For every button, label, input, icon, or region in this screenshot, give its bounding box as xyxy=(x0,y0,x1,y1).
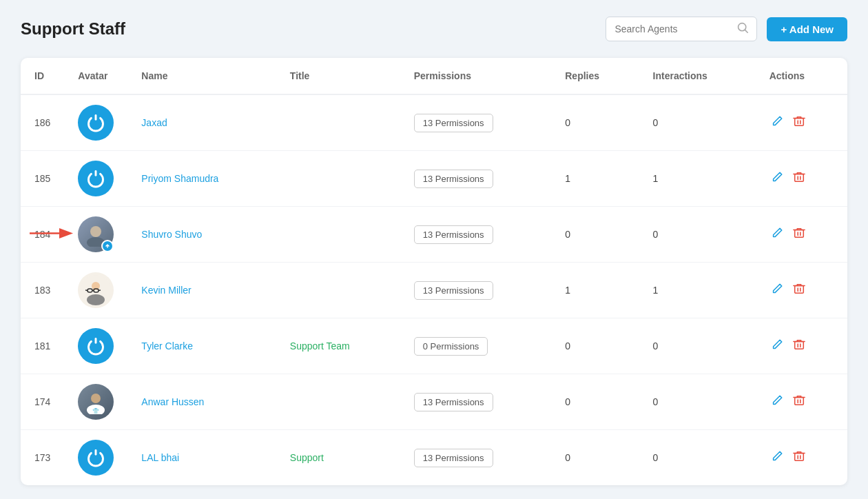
cell-interactions: 1 xyxy=(639,263,756,318)
cell-name[interactable]: LAL bhai xyxy=(127,430,276,486)
delete-button[interactable] xyxy=(792,170,807,187)
cell-actions xyxy=(756,374,847,430)
cell-permissions[interactable]: 0 Permissions xyxy=(400,318,552,374)
cell-permissions[interactable]: 13 Permissions xyxy=(400,263,552,318)
avatar-power-icon xyxy=(78,440,114,476)
cell-name[interactable]: Shuvro Shuvo xyxy=(127,207,276,263)
col-actions: Actions xyxy=(756,58,847,94)
edit-button[interactable] xyxy=(769,225,785,243)
cell-replies: 0 xyxy=(551,318,639,374)
avatar-power-icon xyxy=(78,161,114,196)
permissions-badge[interactable]: 13 Permissions xyxy=(414,449,493,467)
agent-name-link[interactable]: Kevin Miller xyxy=(141,285,191,296)
header-actions: + Add New xyxy=(606,17,847,41)
staff-table-wrapper: ID Avatar Name Title Permissions Replies… xyxy=(21,58,847,485)
search-box[interactable] xyxy=(606,17,757,41)
permissions-badge[interactable]: 0 Permissions xyxy=(414,337,488,356)
cell-interactions: 0 xyxy=(639,318,756,374)
col-interactions: Interactions xyxy=(639,58,756,94)
cell-replies: 0 xyxy=(551,374,639,430)
agent-name-link[interactable]: Tyler Clarke xyxy=(141,340,193,352)
cell-title: Support xyxy=(276,430,400,486)
cell-permissions[interactable]: 13 Permissions xyxy=(400,207,552,263)
agent-name-link[interactable]: Jaxad xyxy=(141,117,167,128)
svg-rect-17 xyxy=(794,342,803,349)
cell-interactions: 0 xyxy=(639,207,756,263)
svg-point-4 xyxy=(90,226,101,237)
table-body: 186 Jaxad13 Permissions00 185 Priyom Sha… xyxy=(21,94,847,485)
delete-button[interactable] xyxy=(792,281,807,299)
col-name: Name xyxy=(127,58,276,94)
permissions-badge[interactable]: 13 Permissions xyxy=(414,393,493,411)
cell-id: 174 xyxy=(21,374,64,430)
permissions-badge[interactable]: 13 Permissions xyxy=(414,281,493,300)
agent-name-link[interactable]: Anwar Hussen xyxy=(141,396,204,407)
avatar-photo: 👕 xyxy=(78,384,114,420)
table-row: 185 Priyom Shamudra13 Permissions11 xyxy=(21,151,847,207)
cell-id: 183 xyxy=(21,263,64,318)
cell-permissions[interactable]: 13 Permissions xyxy=(400,374,552,430)
edit-button[interactable] xyxy=(769,281,785,299)
svg-rect-3 xyxy=(794,174,803,182)
cell-actions xyxy=(756,318,847,374)
edit-button[interactable] xyxy=(769,337,785,355)
cell-name[interactable]: Kevin Miller xyxy=(127,263,276,318)
cell-replies: 1 xyxy=(551,263,639,318)
add-new-button[interactable]: + Add New xyxy=(767,17,847,41)
permissions-badge[interactable]: 13 Permissions xyxy=(414,170,493,188)
cell-interactions: 0 xyxy=(639,430,756,486)
delete-button[interactable] xyxy=(792,449,807,467)
agent-name-link[interactable]: Shuvro Shuvo xyxy=(141,229,202,240)
col-id: ID xyxy=(21,58,64,94)
avatar-power-icon xyxy=(78,105,114,141)
delete-button[interactable] xyxy=(792,337,807,355)
edit-button[interactable] xyxy=(769,114,785,132)
edit-button[interactable] xyxy=(769,393,785,411)
cell-permissions[interactable]: 13 Permissions xyxy=(400,94,552,151)
cell-id: 181 xyxy=(21,318,64,374)
cell-avatar xyxy=(64,151,127,207)
agent-name-link[interactable]: LAL bhai xyxy=(141,452,179,463)
svg-rect-16 xyxy=(794,286,803,294)
search-input[interactable] xyxy=(614,23,734,34)
cell-id: 184 xyxy=(21,207,64,263)
page-header: Support Staff + Add New xyxy=(21,17,847,41)
col-title: Title xyxy=(276,58,400,94)
cell-avatar xyxy=(64,94,127,151)
svg-line-14 xyxy=(99,290,101,291)
delete-button[interactable] xyxy=(792,114,807,132)
delete-button[interactable] xyxy=(792,393,807,411)
cell-permissions[interactable]: 13 Permissions xyxy=(400,430,552,486)
agent-name-link[interactable]: Priyom Shamudra xyxy=(141,173,218,184)
svg-rect-21 xyxy=(794,398,803,405)
cell-name[interactable]: Anwar Hussen xyxy=(127,374,276,430)
page-title: Support Staff xyxy=(21,19,125,39)
cell-name[interactable]: Jaxad xyxy=(127,94,276,151)
cell-replies: 0 xyxy=(551,430,639,486)
col-permissions: Permissions xyxy=(400,58,552,94)
permissions-badge[interactable]: 13 Permissions xyxy=(414,114,493,132)
svg-rect-2 xyxy=(794,119,803,126)
cell-title xyxy=(276,207,400,263)
edit-button[interactable] xyxy=(769,449,785,467)
cell-avatar xyxy=(64,263,127,318)
svg-point-18 xyxy=(91,394,101,403)
cell-name[interactable]: Tyler Clarke xyxy=(127,318,276,374)
cell-avatar xyxy=(64,318,127,374)
cell-replies: 0 xyxy=(551,94,639,151)
staff-table: ID Avatar Name Title Permissions Replies… xyxy=(21,58,847,485)
avatar-photo xyxy=(78,216,114,252)
avatar-photo xyxy=(78,272,114,308)
cell-avatar xyxy=(64,207,127,263)
cell-permissions[interactable]: 13 Permissions xyxy=(400,151,552,207)
svg-line-13 xyxy=(85,290,87,291)
cell-avatar: 👕 xyxy=(64,374,127,430)
cell-title xyxy=(276,151,400,207)
permissions-badge[interactable]: 13 Permissions xyxy=(414,225,493,244)
svg-rect-22 xyxy=(794,454,803,461)
cell-name[interactable]: Priyom Shamudra xyxy=(127,151,276,207)
edit-button[interactable] xyxy=(769,170,785,187)
delete-button[interactable] xyxy=(792,225,807,243)
col-avatar: Avatar xyxy=(64,58,127,94)
cell-actions xyxy=(756,430,847,486)
